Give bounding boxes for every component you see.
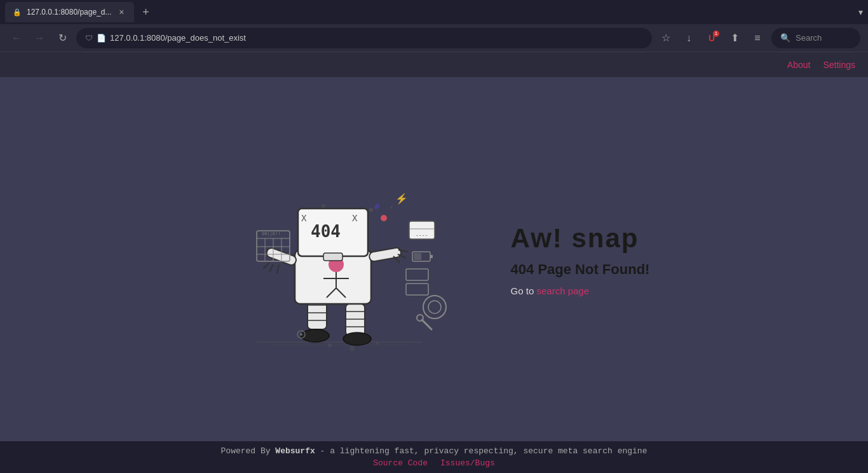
- error-heading: Aw! snap: [511, 223, 650, 254]
- error-body: Go to search page: [511, 285, 650, 296]
- browser-chrome: 🔒 127.0.0.1:8080/page_d... × + ▾ ← → ↻ 🛡…: [0, 0, 868, 78]
- new-tab-button[interactable]: +: [137, 3, 154, 21]
- svg-text:⚡: ⚡: [395, 193, 408, 205]
- back-button[interactable]: ←: [8, 29, 25, 47]
- svg-point-52: [322, 204, 325, 208]
- active-tab[interactable]: 🔒 127.0.0.1:8080/page_d... ×: [5, 2, 134, 22]
- download-button[interactable]: ↓: [680, 29, 698, 47]
- search-bar[interactable]: 🔍 Search: [771, 28, 860, 48]
- issues-bugs-link[interactable]: Issues/Bugs: [440, 458, 495, 468]
- search-page-link[interactable]: search page: [536, 285, 589, 296]
- svg-text:404: 404: [311, 222, 341, 241]
- powered-by-prefix: Powered By: [221, 446, 276, 456]
- tab-title: 127.0.0.1:8080/page_d...: [27, 8, 111, 17]
- tab-close-button[interactable]: ×: [116, 7, 126, 17]
- url-host: 127.0.0.1:8080/page_does_not_exist: [110, 33, 246, 43]
- search-label: Search: [796, 33, 822, 43]
- extension-badge: 1: [713, 31, 719, 37]
- about-nav-link[interactable]: About: [787, 60, 811, 70]
- settings-nav-link[interactable]: Settings: [823, 60, 855, 70]
- app-nav: About Settings: [0, 52, 868, 78]
- page-icon: 📄: [97, 34, 106, 43]
- svg-point-60: [328, 343, 332, 347]
- svg-point-11: [343, 332, 371, 345]
- svg-line-36: [422, 320, 431, 329]
- url-bar[interactable]: 🛡 📄 127.0.0.1:8080/page_does_not_exist: [76, 28, 652, 48]
- footer-links: Source Code Issues/Bugs: [373, 458, 495, 468]
- address-bar: ← → ↻ 🛡 📄 127.0.0.1:8080/page_does_not_e…: [0, 24, 868, 52]
- search-icon: 🔍: [780, 33, 790, 43]
- footer: Powered By Websurfx - a lightening fast,…: [0, 441, 868, 473]
- brand-name: Websurfx: [275, 446, 315, 456]
- svg-text:#: #: [374, 202, 380, 212]
- tab-favicon: 🔒: [13, 8, 22, 17]
- svg-text:----: ----: [416, 233, 428, 238]
- svg-rect-6: [346, 304, 365, 336]
- go-to-text: Go to: [511, 285, 537, 296]
- robot-illustration: 404 X X ----: [219, 158, 460, 361]
- svg-point-57: [428, 301, 441, 313]
- svg-point-62: [376, 342, 379, 345]
- svg-text:X: X: [301, 213, 307, 223]
- svg-rect-34: [406, 269, 428, 280]
- svg-rect-22: [323, 253, 342, 261]
- footer-main-text: Powered By Websurfx - a lightening fast,…: [221, 446, 648, 456]
- svg-point-49: [381, 215, 387, 221]
- bookmark-button[interactable]: ☆: [657, 29, 675, 47]
- menu-button[interactable]: ≡: [749, 29, 766, 47]
- main-content: 404 X X ----: [0, 78, 868, 441]
- powered-by-suffix: - a lightening fast, privacy respecting,…: [315, 446, 648, 456]
- svg-point-50: [369, 208, 373, 212]
- svg-rect-35: [406, 284, 428, 295]
- svg-point-56: [423, 296, 446, 319]
- tab-dropdown-button[interactable]: ▾: [858, 7, 863, 17]
- share-button[interactable]: ⬆: [726, 29, 743, 47]
- robot-svg: 404 X X ----: [219, 158, 460, 361]
- svg-point-10: [301, 329, 329, 342]
- svg-line-26: [277, 264, 279, 273]
- source-code-link[interactable]: Source Code: [373, 458, 428, 468]
- svg-rect-47: [430, 255, 433, 258]
- error-subheading: 404 Page Not Found!: [511, 261, 650, 278]
- url-text: 127.0.0.1:8080/page_does_not_exist: [110, 33, 643, 43]
- forward-button[interactable]: →: [31, 29, 48, 47]
- svg-point-37: [417, 315, 423, 321]
- tab-bar: 🔒 127.0.0.1:8080/page_d... × + ▾: [0, 0, 868, 24]
- svg-point-61: [349, 346, 355, 351]
- svg-text:00||0!!: 00||0!!: [262, 231, 281, 236]
- reload-button[interactable]: ↻: [53, 29, 71, 47]
- extension-button-container: U 1: [703, 29, 721, 47]
- security-icon: 🛡: [85, 34, 93, 43]
- svg-point-51: [390, 206, 393, 209]
- svg-text:X: X: [352, 213, 358, 223]
- svg-line-24: [263, 263, 269, 269]
- error-text-container: Aw! snap 404 Page Not Found! Go to searc…: [511, 223, 650, 296]
- svg-line-25: [269, 264, 273, 272]
- svg-point-59: [300, 333, 302, 336]
- svg-rect-48: [414, 253, 421, 260]
